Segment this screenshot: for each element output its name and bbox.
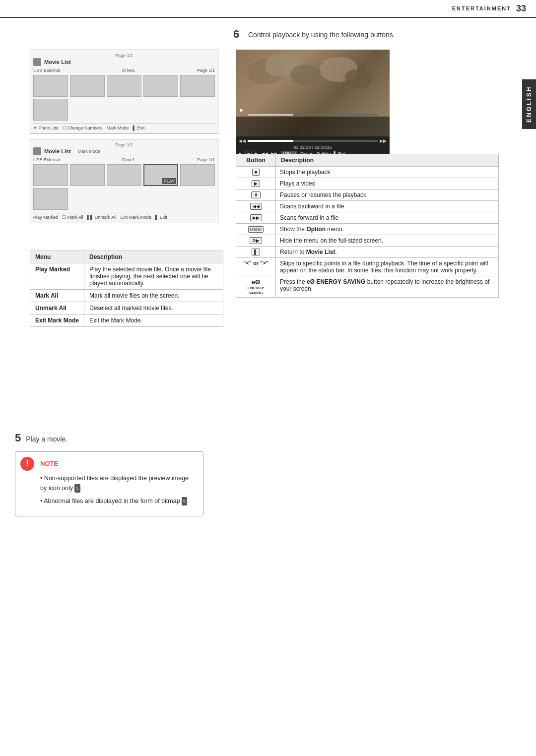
progress-bar[interactable] — [248, 140, 378, 142]
file-thumb-3[interactable] — [107, 75, 141, 97]
btn-hide: ⚙▶ — [236, 235, 276, 247]
btn-skip: "<" or ">" — [236, 258, 276, 276]
video-player-container: ▶ ◀◀ ▶▶ 01:02:30 / 02:30:25 ▶ ■ ▶ ◀◀ ▶▶ — [236, 50, 390, 164]
table-row: "<" or ">" Skips to specific points in a… — [236, 258, 499, 276]
screen2-unmark-all[interactable]: ▌▌ Unmark All — [87, 215, 117, 220]
screen2-exit-mode[interactable]: Exit Mark Mode — [120, 215, 151, 220]
menu-table-container: Menu Description Play Marked Play the se… — [30, 246, 223, 327]
btn-col-header: Button — [236, 154, 276, 167]
desc-skip: Skips to specific points in a file durin… — [276, 258, 499, 276]
note-item-2: Abnormal files are displayed in the form… — [40, 496, 195, 506]
file-thumb-6[interactable] — [33, 99, 68, 121]
screen1-page-label: Page 1/1 — [33, 53, 215, 58]
note-icon: ! — [20, 457, 34, 471]
desc-col-header: Description — [84, 251, 223, 263]
desc-exit-mark-mode: Exit the Mark Mode. — [84, 315, 223, 327]
table-row: Unmark All Deselect all marked movie fil… — [30, 302, 223, 315]
table-row: MENU Show the Option menu. — [236, 224, 499, 235]
screen2-container: Page 1/1 Movie List Mark Mode USB Extern… — [30, 139, 218, 230]
rewind-icon: ◀◀ — [250, 203, 262, 210]
screen2-play-marked[interactable]: Play Marked — [33, 215, 58, 220]
file-thumb-s2-6[interactable] — [33, 188, 68, 210]
screen2-mock: Page 1/1 Movie List Mark Mode USB Extern… — [30, 139, 218, 223]
screen1-bottom-bar: ✦ Photo List ☐ Change Numbers Mark Mode … — [33, 124, 215, 130]
desc-forward: Scans forward in a file — [276, 212, 499, 224]
desc-energy: Press the eØ ENERGY SAVING button repeat… — [276, 276, 499, 298]
screen2-dir: Drive1 — [122, 157, 135, 162]
screen2-title-bar: Movie List Mark Mode — [33, 147, 215, 155]
desc-hide: Hide the menu on the full-sized screen. — [276, 235, 499, 247]
screen1-dir: Drive1 — [122, 68, 135, 73]
header-bar: ENTERTAINMENT 33 — [0, 0, 536, 18]
screen1-sub-info: USB External Drive1 Page 1/1 — [33, 68, 215, 73]
file-thumb-5[interactable] — [180, 75, 215, 97]
screen1-mark-mode[interactable]: Mark Mode — [107, 126, 129, 130]
desc-play-marked: Play the selected movie file. Once a mov… — [84, 263, 223, 290]
energy-icon: eØ — [240, 278, 271, 286]
file-thumb-4[interactable] — [143, 75, 178, 97]
stop-icon: ■ — [252, 169, 260, 176]
desc-rewind: Scans backward in a file — [276, 201, 499, 212]
screen1-exit[interactable]: ▌ Exit — [133, 126, 145, 130]
btn-pause: ⏸ — [236, 189, 276, 201]
screen2-mode: Mark Mode — [78, 149, 100, 154]
screen2-page-label: Page 1/1 — [33, 142, 215, 147]
desc-mark-all: Mark all movie files on the screen. — [84, 290, 223, 302]
file-thumb-1[interactable] — [33, 75, 68, 97]
menu-exit-mark-mode: Exit Mark Mode — [30, 315, 84, 327]
movie-icon — [33, 58, 41, 66]
step6-text: Control playback by using the following … — [248, 31, 395, 39]
note-box: ! NOTE Non-supported files are displayed… — [15, 451, 203, 516]
screen1-mock: Page 1/1 Movie List USB External Drive1 … — [30, 50, 218, 134]
file-thumb-2[interactable] — [70, 75, 105, 97]
menu-play-marked: Play Marked — [30, 263, 84, 290]
screen1-photo-list[interactable]: ✦ Photo List — [33, 126, 59, 130]
file-thumb-s2-5[interactable] — [180, 164, 215, 186]
btn-energy: eØ ENERGYSAVING — [236, 276, 276, 298]
file-thumb-s2-1[interactable] — [33, 164, 68, 186]
button-table-container: Button Description ■ Stops the playback … — [236, 154, 499, 298]
file-thumb-s2-3[interactable] — [107, 164, 141, 186]
forward-icon: ▶▶ — [250, 214, 262, 221]
icon-placeholder-1: 5 — [74, 484, 80, 492]
play-icon: ▶ — [252, 180, 260, 187]
menu-mark-all: Mark All — [30, 290, 84, 302]
skip-icon: "<" or ">" — [243, 260, 268, 266]
step6-number: 6 — [233, 28, 239, 41]
menu-col-header: Menu — [30, 251, 84, 263]
icon-placeholder-2: 5 — [182, 497, 187, 505]
table-row: ▶ Plays a video — [236, 178, 499, 189]
note-title: NOTE — [40, 459, 195, 469]
btn-menu: MENU — [236, 224, 276, 235]
file-thumb-s2-2[interactable] — [70, 164, 105, 186]
screen1-title: Movie List — [44, 59, 71, 65]
table-row: eØ ENERGYSAVING Press the eØ ENERGY SAVI… — [236, 276, 499, 298]
desc-unmark-all: Deselect all marked movie files. — [84, 302, 223, 315]
btn-play: ▶ — [236, 178, 276, 189]
screen1-change-numbers[interactable]: ☐ Change Numbers — [63, 126, 103, 130]
pause-icon: ⏸ — [251, 191, 261, 198]
screen2-grid: PLAY — [33, 164, 215, 210]
desc-pause: Pauses or resumes the playback — [276, 189, 499, 201]
table-row: ▶▶ Scans forward in a file — [236, 212, 499, 224]
file-thumb-s2-4[interactable]: PLAY — [143, 164, 178, 186]
video-player: ▶ ◀◀ ▶▶ 01:02:30 / 02:30:25 ▶ ■ ▶ ◀◀ ▶▶ — [236, 50, 390, 159]
btn-forward: ▶▶ — [236, 212, 276, 224]
table-row: ⏸ Pauses or resumes the playback — [236, 189, 499, 201]
table-row: Exit Mark Mode Exit the Mark Mode. — [30, 315, 223, 327]
table-row: ▌ Return to Movie List. — [236, 247, 499, 258]
menu-unmark-all: Unmark All — [30, 302, 84, 315]
section-title: ENTERTAINMENT — [452, 5, 511, 11]
screen1-title-bar: Movie List — [33, 58, 215, 66]
menu-icon: MENU — [248, 226, 264, 233]
btn-rewind: ◀◀ — [236, 201, 276, 212]
screen2-bottom-bar: Play Marked ☐ Mark All ▌▌ Unmark All Exi… — [33, 213, 215, 220]
screen1-grid — [33, 75, 215, 121]
energy-saving-label: ENERGYSAVING — [240, 286, 271, 295]
table-row: ◀◀ Scans backward in a file — [236, 201, 499, 212]
screen2-exit[interactable]: ▌ Exit — [155, 215, 167, 220]
button-table: Button Description ■ Stops the playback … — [236, 154, 499, 298]
step5-number: 5 — [15, 432, 21, 444]
screen2-mark-all[interactable]: ☐ Mark All — [62, 215, 83, 220]
english-tab: ENGLISH — [522, 79, 536, 129]
